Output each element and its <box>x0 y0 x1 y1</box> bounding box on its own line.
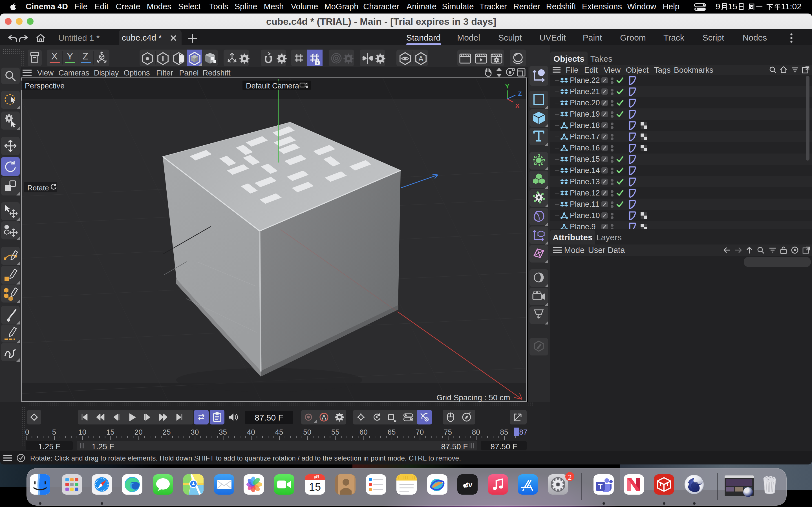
svg-text:Z: Z <box>518 90 522 97</box>
svg-text:A: A <box>322 413 326 421</box>
svg-text:tv: tv <box>466 481 472 489</box>
svg-text:9: 9 <box>314 475 316 480</box>
svg-text:X: X <box>515 102 520 109</box>
svg-text:A: A <box>418 54 423 63</box>
svg-text:Y: Y <box>505 83 509 90</box>
svg-text:15: 15 <box>309 481 321 493</box>
